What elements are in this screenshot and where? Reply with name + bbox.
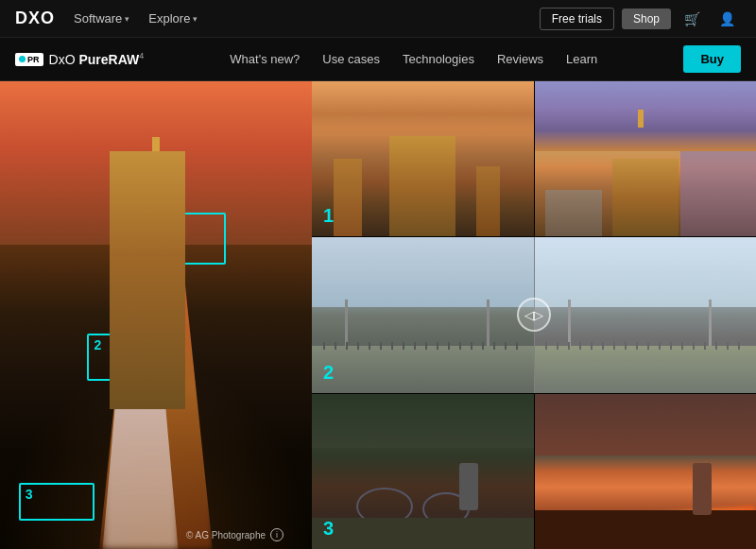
row-num-3: 3 bbox=[323, 518, 334, 540]
spire-r bbox=[638, 110, 644, 129]
comp-right-2 bbox=[535, 237, 757, 392]
info-icon[interactable]: i bbox=[270, 528, 284, 541]
dxo-logo: DXO bbox=[15, 9, 55, 28]
sky-warm bbox=[535, 394, 757, 456]
shop-button[interactable]: Shop bbox=[622, 9, 671, 29]
pr-dot bbox=[19, 56, 26, 62]
sky-purple bbox=[535, 81, 757, 151]
top-nav: DXO Software ▾ Explore ▾ Free trials Sho… bbox=[0, 0, 756, 38]
chevron-down-icon: ▾ bbox=[125, 14, 129, 24]
right-panel: 1 bbox=[312, 81, 756, 549]
side-bldg-right bbox=[476, 166, 500, 236]
top-nav-left: DXO Software ▾ Explore ▾ bbox=[15, 9, 198, 28]
ground-r bbox=[535, 346, 757, 392]
top-nav-right: Free trials Shop 🛒 👤 bbox=[540, 8, 741, 30]
photo-credit: © AG Photographe i bbox=[186, 528, 284, 541]
building-before bbox=[312, 81, 534, 236]
building-after bbox=[535, 81, 757, 236]
bg-foliage bbox=[312, 394, 534, 449]
plaza-after bbox=[535, 237, 757, 392]
fence-r bbox=[545, 342, 745, 350]
annotation-num-2: 2 bbox=[94, 337, 101, 352]
whats-new-link[interactable]: What's new? bbox=[230, 52, 300, 66]
software-nav-item[interactable]: Software ▾ bbox=[74, 11, 129, 26]
foreground bbox=[545, 190, 602, 236]
sky bbox=[312, 81, 534, 136]
building-right-side bbox=[680, 151, 756, 236]
street-after bbox=[535, 394, 757, 549]
person-r bbox=[693, 463, 712, 515]
comp-left-1 bbox=[312, 81, 535, 236]
comparison-row-1: 1 bbox=[312, 81, 756, 237]
product-nav-links: What's new? Use cases Technologies Revie… bbox=[230, 52, 597, 66]
product-logo: PR DxO PureRAW4 bbox=[15, 51, 144, 67]
comp-right-3 bbox=[535, 394, 757, 549]
plaza-before bbox=[312, 237, 534, 392]
user-icon[interactable]: 👤 bbox=[713, 9, 741, 28]
left-panel: 1 2 3 © AG Photographe i bbox=[0, 81, 312, 549]
explore-nav-item[interactable]: Explore ▾ bbox=[148, 11, 198, 26]
bldg-shape bbox=[389, 136, 455, 237]
main-content: 1 2 3 © AG Photographe i bbox=[0, 81, 756, 549]
comp-left-2 bbox=[312, 237, 535, 392]
slider-handle[interactable]: ◁▷ bbox=[517, 298, 551, 332]
comp-right-1 bbox=[535, 81, 757, 236]
reviews-link[interactable]: Reviews bbox=[497, 52, 543, 66]
building-spire bbox=[152, 137, 160, 151]
fence bbox=[323, 342, 523, 350]
bldg-shape-r bbox=[612, 159, 679, 236]
row-num-1: 1 bbox=[323, 205, 334, 227]
ground bbox=[312, 346, 534, 392]
ground-dark bbox=[312, 518, 534, 549]
annotation-num-3: 3 bbox=[26, 487, 33, 502]
comparison-row-2: ◁▷ 2 bbox=[312, 237, 756, 393]
main-building bbox=[110, 151, 185, 408]
street-before bbox=[312, 394, 534, 549]
city-image: 1 2 3 © AG Photographe i bbox=[0, 81, 312, 549]
pr-badge: PR bbox=[15, 53, 43, 66]
product-nav: PR DxO PureRAW4 What's new? Use cases Te… bbox=[0, 38, 756, 81]
person bbox=[459, 463, 478, 510]
comp-left-3 bbox=[312, 394, 535, 549]
sky-blue bbox=[312, 237, 534, 307]
row-num-2: 2 bbox=[323, 362, 334, 384]
technologies-link[interactable]: Technologies bbox=[403, 52, 474, 66]
ground-dark-r bbox=[535, 510, 757, 549]
product-name: DxO PureRAW4 bbox=[49, 51, 145, 67]
learn-link[interactable]: Learn bbox=[566, 52, 597, 66]
annotation-box-3: 3 bbox=[19, 483, 94, 521]
cart-icon[interactable]: 🛒 bbox=[679, 9, 706, 28]
use-cases-link[interactable]: Use cases bbox=[322, 52, 380, 66]
free-trials-button[interactable]: Free trials bbox=[540, 8, 614, 30]
side-bldg bbox=[334, 159, 362, 236]
comparison-row-3: 3 bbox=[312, 394, 756, 549]
product-version: 4 bbox=[139, 51, 144, 60]
sky-blue-r bbox=[535, 237, 757, 307]
buy-button[interactable]: Buy bbox=[683, 45, 741, 73]
chevron-down-icon: ▾ bbox=[193, 14, 198, 24]
